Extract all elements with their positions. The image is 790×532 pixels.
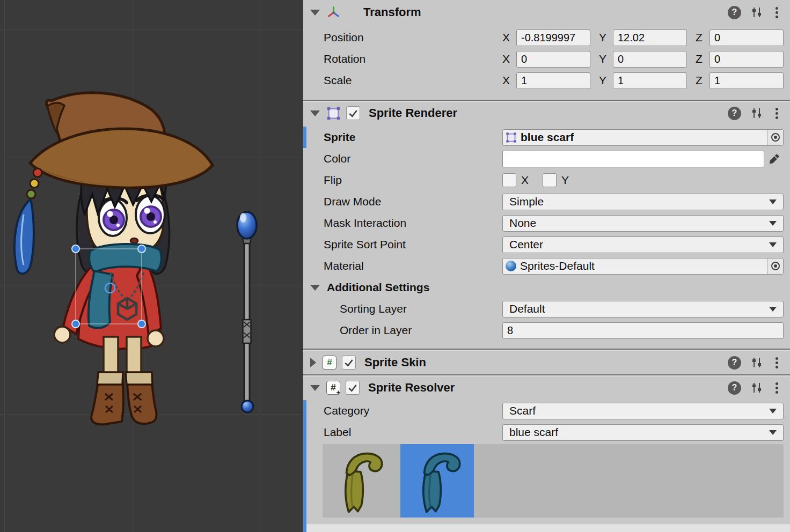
axis-x-label: X [502, 53, 516, 65]
color-label: Color [303, 152, 502, 165]
scale-y-input[interactable] [613, 72, 687, 89]
order-in-layer-input[interactable] [502, 322, 784, 339]
chevron-down-icon [769, 307, 777, 312]
sprite-resolver-header[interactable]: #+ Sprite Resolver ? [303, 376, 790, 399]
foldout-open-icon[interactable] [310, 110, 320, 116]
mask-interaction-label: Mask Interaction [303, 217, 502, 230]
rotation-label: Rotation [303, 53, 502, 65]
sprite-resolver-icon: #+ [326, 381, 340, 395]
eyedropper-icon[interactable] [764, 153, 784, 165]
label-row: Label blue scarf [303, 422, 790, 443]
draw-mode-value: Simple [509, 195, 769, 208]
help-icon[interactable]: ? [728, 356, 741, 370]
rotation-y-input[interactable] [613, 51, 687, 68]
sprite-sort-point-value: Center [509, 238, 769, 251]
material-object-field[interactable]: Sprites-Default [502, 258, 784, 275]
position-y-input[interactable] [613, 29, 687, 46]
foldout-collapsed-icon[interactable] [310, 358, 316, 367]
foldout-open-icon[interactable] [310, 10, 320, 16]
mask-interaction-dropdown[interactable]: None [502, 215, 784, 232]
rotation-x-input[interactable] [516, 51, 590, 68]
category-dropdown[interactable]: Scarf [502, 403, 784, 419]
axis-z-label: Z [696, 74, 709, 87]
override-bar-sprite [303, 127, 306, 148]
flip-y-checkbox[interactable] [543, 173, 557, 187]
scale-label: Scale [303, 74, 502, 87]
sprite-skin-icon: # [323, 356, 337, 370]
sprite-object-value: blue scarf [521, 131, 767, 144]
sprite-icon [506, 132, 517, 143]
foldout-open-icon[interactable] [310, 385, 320, 391]
position-x-input[interactable] [516, 29, 590, 46]
transform-header[interactable]: Transform ? [303, 0, 790, 25]
component-enabled-checkbox[interactable] [346, 381, 360, 395]
axis-x-label: X [502, 31, 516, 44]
presets-icon[interactable] [750, 107, 763, 120]
scene-view[interactable] [0, 0, 302, 532]
help-icon[interactable]: ? [728, 381, 741, 395]
rotation-z-input[interactable] [709, 51, 784, 68]
order-in-layer-row: Order in Layer [303, 320, 790, 341]
category-label: Category [303, 404, 502, 417]
inspector-panel: Transform ? Position X Y Z [302, 0, 790, 532]
more-menu-icon[interactable] [776, 112, 778, 115]
more-menu-icon[interactable] [776, 361, 778, 364]
material-label: Material [303, 260, 502, 272]
presets-icon[interactable] [750, 6, 763, 19]
label-value: blue scarf [509, 426, 769, 439]
material-sphere-icon [506, 261, 516, 271]
sprite-skin-header[interactable]: # Sprite Skin ? [303, 351, 790, 374]
more-menu-icon[interactable] [776, 387, 778, 389]
transform-icon [326, 5, 341, 20]
presets-icon[interactable] [750, 356, 763, 369]
blue-scarf-image [407, 447, 468, 515]
scale-x-input[interactable] [516, 72, 590, 89]
position-z-input[interactable] [709, 29, 784, 46]
rotation-row: Rotation X Y Z [303, 48, 790, 70]
axis-x-label: X [502, 74, 516, 87]
flip-x-checkbox[interactable] [502, 173, 516, 187]
handle-top-left [72, 245, 79, 253]
draw-mode-dropdown[interactable]: Simple [502, 194, 784, 210]
scale-row: Scale X Y Z [303, 70, 790, 91]
staff-sprite[interactable] [237, 212, 257, 412]
component-title: Sprite Renderer [369, 106, 457, 120]
label-dropdown[interactable]: blue scarf [502, 424, 784, 441]
scene-canvas[interactable] [0, 0, 302, 532]
object-picker-button[interactable] [767, 258, 783, 274]
additional-settings-label: Additional Settings [327, 281, 429, 294]
component-title: Sprite Skin [364, 356, 426, 370]
mask-interaction-row: Mask Interaction None [303, 212, 790, 234]
position-label: Position [303, 31, 502, 44]
help-icon[interactable]: ? [728, 107, 741, 120]
additional-settings-foldout[interactable]: Additional Settings [303, 277, 790, 298]
component-title: Sprite Resolver [368, 381, 455, 395]
sprite-renderer-header[interactable]: Sprite Renderer ? [303, 102, 790, 124]
object-picker-button[interactable] [767, 130, 783, 145]
color-row: Color [303, 148, 790, 169]
color-swatch[interactable] [502, 151, 764, 167]
sprite-renderer-body: Sprite blue scarf [303, 124, 790, 349]
foldout-open-icon[interactable] [310, 285, 320, 291]
scale-z-input[interactable] [709, 72, 784, 89]
olive-scarf-image [329, 447, 390, 515]
position-row: Position X Y Z [303, 27, 790, 48]
sprite-thumbnail-strip [323, 444, 784, 518]
sprite-resolver-body: Category Scarf Label blue scarf [303, 399, 790, 518]
help-icon[interactable]: ? [728, 6, 741, 19]
handle-top-right [138, 245, 145, 253]
draw-mode-label: Draw Mode [303, 195, 502, 208]
sprite-object-field[interactable]: blue scarf [502, 129, 784, 146]
sorting-layer-dropdown[interactable]: Default [502, 301, 784, 317]
sprite-sort-point-dropdown[interactable]: Center [502, 237, 784, 253]
chevron-down-icon [769, 409, 777, 413]
character-sprite[interactable] [14, 93, 213, 425]
material-object-value: Sprites-Default [520, 260, 767, 272]
presets-icon[interactable] [750, 381, 763, 394]
sprite-thumb-olive-scarf[interactable] [323, 444, 396, 518]
sprite-thumb-blue-scarf[interactable] [400, 444, 474, 518]
more-menu-icon[interactable] [776, 11, 778, 14]
component-enabled-checkbox[interactable] [346, 106, 360, 120]
component-enabled-checkbox[interactable] [342, 356, 356, 370]
sprite-renderer-icon [326, 106, 341, 121]
